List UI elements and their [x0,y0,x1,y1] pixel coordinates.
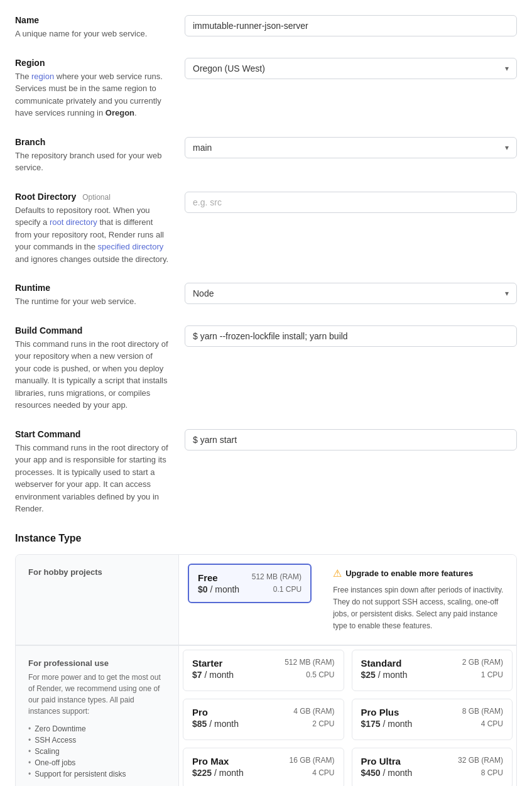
root-dir-title: Root Directory Optional [15,192,170,202]
start-command-input-col [185,429,517,515]
region-section: Region The region where your web service… [15,58,517,119]
branch-select[interactable]: main develop staging [185,138,516,158]
build-command-section: Build Command This command runs in the r… [15,325,517,412]
pro-plan-tile[interactable]: Pro 4 GB (RAM) $85 / month 2 CPU [183,699,344,740]
name-title: Name [15,15,170,25]
free-plan-ram: 512 MB (RAM) [252,572,301,581]
name-desc: A unique name for your web service. [15,28,170,40]
upgrade-title: Upgrade to enable more features [345,569,473,578]
root-dir-section: Root Directory Optional Defaults to repo… [15,192,517,266]
region-input-col: Oregon (US West) Frankfurt (EU Central) … [185,58,517,119]
pro-plus-plan-price: $175 / month [361,719,413,729]
branch-label-col: Branch The repository branch used for yo… [15,137,185,174]
pro-max-plan-header: Pro Max 16 GB (RAM) [192,756,335,767]
standard-plan-tile[interactable]: Standard 2 GB (RAM) $25 / month 1 CPU [352,650,513,691]
pro-desc: For more power and to get the most out o… [28,672,166,717]
upgrade-header: ⚠ Upgrade to enable more features [333,567,504,579]
hobby-title: For hobby projects [28,567,166,577]
start-command-title: Start Command [15,429,170,439]
pro-ultra-plan-cpu: 8 CPU [481,768,503,777]
starter-plan-tile[interactable]: Starter 512 MB (RAM) $7 / month 0.5 CPU [183,650,344,691]
branch-select-wrapper: main develop staging ▾ [185,137,517,158]
pro-plus-plan-tile[interactable]: Pro Plus 8 GB (RAM) $175 / month 4 CPU [352,699,513,740]
start-command-label-col: Start Command This command runs in the r… [15,429,185,515]
free-plan-price-row: $0 / month 0.1 CPU [198,584,301,594]
standard-plan-name: Standard [361,658,402,669]
root-dir-link[interactable]: root directory [50,217,97,227]
pro-max-plan-price-row: $225 / month 4 CPU [192,768,335,778]
free-plan-price: $0 / month [198,584,239,594]
root-dir-input[interactable] [185,192,517,213]
runtime-desc: The runtime for your web service. [15,295,170,308]
starter-plan-price-row: $7 / month 0.5 CPU [192,670,335,680]
runtime-select[interactable]: Node Python Ruby Go Rust Docker [185,283,516,303]
pro-max-plan-cpu: 4 CPU [312,768,334,777]
build-command-desc: This command runs in the root directory … [15,338,170,412]
free-plan-tile[interactable]: Free 512 MB (RAM) $0 / month 0.1 CPU [188,564,312,603]
pro-feature-scaling: Scaling [28,746,166,757]
starter-plan-header: Starter 512 MB (RAM) [192,658,335,669]
name-section: Name A unique name for your web service. [15,15,517,40]
region-link[interactable]: region [31,72,54,81]
start-command-input[interactable] [185,429,517,450]
pro-feature-ssh: SSH Access [28,734,166,746]
pro-plan-price: $85 / month [192,719,239,729]
pro-features-list: Zero Downtime SSH Access Scaling One-off… [28,723,166,780]
pro-label-col: For professional use For more power and … [16,646,179,786]
standard-plan-cpu: 1 CPU [481,670,503,679]
pro-plus-plan-name: Pro Plus [361,707,399,718]
instance-type-card: For hobby projects Free 512 MB (RAM) $0 … [15,554,517,787]
runtime-title: Runtime [15,283,170,293]
pro-plus-plan-header: Pro Plus 8 GB (RAM) [361,707,504,718]
name-input[interactable] [185,15,517,36]
pro-ultra-plan-header: Pro Ultra 32 GB (RAM) [361,756,504,767]
pro-plus-plan-price-row: $175 / month 4 CPU [361,719,504,729]
region-select[interactable]: Oregon (US West) Frankfurt (EU Central) … [185,58,516,79]
pro-title: For professional use [28,658,166,668]
standard-plan-header: Standard 2 GB (RAM) [361,658,504,669]
build-command-label-col: Build Command This command runs in the r… [15,325,185,412]
name-label-col: Name A unique name for your web service. [15,15,185,40]
pro-max-plan-tile[interactable]: Pro Max 16 GB (RAM) $225 / month 4 CPU [183,748,344,786]
start-command-desc: This command runs in the root directory … [15,442,170,515]
pro-section: For professional use For more power and … [16,645,516,786]
upgrade-desc: Free instances spin down after periods o… [333,584,504,633]
starter-plan-price: $7 / month [192,670,234,680]
instance-type-title: Instance Type [15,533,517,544]
pro-plan-header: Pro 4 GB (RAM) [192,707,335,718]
pro-plus-plan-ram: 8 GB (RAM) [462,707,503,716]
upgrade-notice: ⚠ Upgrade to enable more features Free i… [320,555,516,645]
specified-dir-link[interactable]: specified directory [98,242,164,251]
pro-plus-plan-cpu: 4 CPU [481,719,503,728]
root-dir-label-col: Root Directory Optional Defaults to repo… [15,192,185,266]
instance-type-section: Instance Type For hobby projects Free 51… [15,533,517,787]
build-command-input[interactable] [185,325,517,347]
starter-plan-name: Starter [192,658,222,669]
pro-ultra-plan-price: $450 / month [361,768,413,778]
root-dir-input-col [185,192,517,266]
pro-grid: Starter 512 MB (RAM) $7 / month 0.5 CPU [179,646,516,786]
pro-plan-name: Pro [192,707,208,718]
pro-plan-price-row: $85 / month 2 CPU [192,719,335,729]
pro-ultra-plan-tile[interactable]: Pro Ultra 32 GB (RAM) $450 / month 8 CPU [352,748,513,786]
branch-desc: The repository branch used for your web … [15,150,170,174]
hobby-col: For hobby projects [16,555,179,645]
free-plan-wrapper: Free 512 MB (RAM) $0 / month 0.1 CPU [179,555,320,645]
region-label-col: Region The region where your web service… [15,58,185,119]
start-command-section: Start Command This command runs in the r… [15,429,517,515]
standard-plan-ram: 2 GB (RAM) [462,658,503,667]
runtime-label-col: Runtime The runtime for your web service… [15,283,185,308]
hobby-row: For hobby projects Free 512 MB (RAM) $0 … [16,555,516,645]
runtime-section: Runtime The runtime for your web service… [15,283,517,308]
pro-plan-ram: 4 GB (RAM) [293,707,334,716]
region-desc: The region where your web service runs. … [15,70,170,119]
pro-max-plan-name: Pro Max [192,756,229,767]
name-input-col [185,15,517,40]
branch-section: Branch The repository branch used for yo… [15,137,517,174]
pro-feature-zero-downtime: Zero Downtime [28,723,166,734]
build-command-title: Build Command [15,325,170,336]
standard-plan-price-row: $25 / month 1 CPU [361,670,504,680]
pro-max-plan-price: $225 / month [192,768,244,778]
hobby-right: Free 512 MB (RAM) $0 / month 0.1 CPU [179,555,516,645]
standard-plan-price: $25 / month [361,670,408,680]
